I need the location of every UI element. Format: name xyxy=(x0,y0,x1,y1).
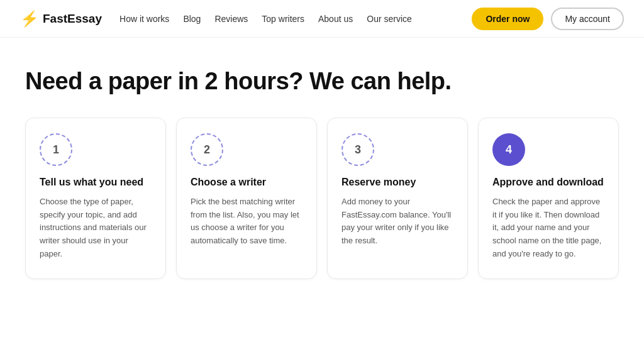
step-card-1: 1Tell us what you needChoose the type of… xyxy=(25,118,166,279)
main-content: Need a paper in 2 hours? We can help. 1T… xyxy=(0,38,644,299)
step-title-3: Reserve money xyxy=(341,176,453,189)
step-number-circle-1: 1 xyxy=(40,133,72,166)
step-title-1: Tell us what you need xyxy=(40,176,152,189)
step-number-circle-3: 3 xyxy=(341,133,374,166)
header-actions: Order now My account xyxy=(472,8,624,30)
step-desc-2: Pick the best matching writer from the l… xyxy=(191,196,303,248)
step-number-circle-2: 2 xyxy=(191,133,223,166)
step-card-2: 2Choose a writerPick the best matching w… xyxy=(176,118,317,279)
logo[interactable]: ⚡ FastEssay xyxy=(20,10,102,28)
step-title-4: Approve and download xyxy=(492,176,604,189)
main-nav: How it worksBlogReviewsTop writersAbout … xyxy=(119,14,472,24)
step-card-4: 4Approve and downloadCheck the paper and… xyxy=(478,118,619,279)
step-desc-4: Check the paper and approve it if you li… xyxy=(492,196,604,261)
page-headline: Need a paper in 2 hours? We can help. xyxy=(25,68,619,95)
order-now-button[interactable]: Order now xyxy=(472,8,543,30)
nav-item-about-us[interactable]: About us xyxy=(318,14,353,24)
step-title-2: Choose a writer xyxy=(191,176,303,189)
step-card-3: 3Reserve moneyAdd money to your FastEssa… xyxy=(327,118,468,279)
nav-item-top-writers[interactable]: Top writers xyxy=(262,14,304,24)
step-desc-3: Add money to your FastEssay.com balance.… xyxy=(341,196,453,248)
step-number-wrapper-2: 2 xyxy=(191,133,303,166)
nav-item-reviews[interactable]: Reviews xyxy=(214,14,248,24)
nav-item-our-service[interactable]: Our service xyxy=(367,14,412,24)
my-account-button[interactable]: My account xyxy=(551,8,624,30)
step-desc-1: Choose the type of paper, specify your t… xyxy=(40,196,152,261)
logo-text: FastEssay xyxy=(43,12,102,26)
step-number-circle-4: 4 xyxy=(492,133,525,166)
step-number-wrapper-3: 3 xyxy=(341,133,453,166)
lightning-icon: ⚡ xyxy=(20,10,39,28)
step-number-wrapper-1: 1 xyxy=(40,133,152,166)
nav-item-how-it-works[interactable]: How it works xyxy=(119,14,169,24)
step-number-wrapper-4: 4 xyxy=(492,133,604,166)
steps-section: 1Tell us what you needChoose the type of… xyxy=(25,118,619,279)
header: ⚡ FastEssay How it worksBlogReviewsTop w… xyxy=(0,0,644,38)
nav-item-blog[interactable]: Blog xyxy=(183,14,201,24)
